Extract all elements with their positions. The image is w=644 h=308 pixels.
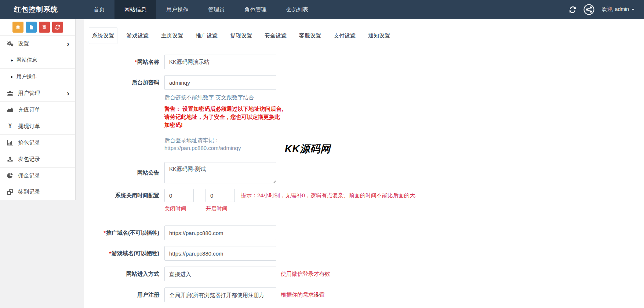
recycle-button[interactable] xyxy=(52,22,63,33)
sidebar-item-label: 用户操作 xyxy=(17,73,37,80)
entry-mode-select[interactable]: 直接进入 xyxy=(164,267,276,281)
open-time-input[interactable] xyxy=(205,189,235,202)
nav-item-admins[interactable]: 管理员 xyxy=(198,0,234,19)
main-content: 系统设置 游戏设置 主页设置 推广设置 提现设置 安全设置 客服设置 支付设置 … xyxy=(84,19,644,308)
tab-system[interactable]: 系统设置 xyxy=(89,27,117,44)
tab-security[interactable]: 安全设置 xyxy=(261,27,290,44)
nav-item-members[interactable]: 会员列表 xyxy=(276,0,318,19)
required-asterisk: * xyxy=(135,59,137,65)
sidebar-item-send-records[interactable]: 发包记录 xyxy=(0,151,75,167)
sidebar-item-withdraw-orders[interactable]: ¥ 提现订单 xyxy=(0,118,75,134)
game-domain-label: *游戏域名(可以牺牲) xyxy=(84,250,159,257)
chevron-down-icon xyxy=(632,9,634,11)
sidebar-item-grab-records[interactable]: 抢包记录 xyxy=(0,134,75,151)
backend-url-label: 后台登录地址请牢记： xyxy=(164,136,241,144)
site-name-label: *网站名称 xyxy=(84,59,159,66)
avatar[interactable] xyxy=(583,4,595,15)
register-hint: 根据你的需求设置 xyxy=(281,292,325,298)
tab-promotion[interactable]: 推广设置 xyxy=(192,27,221,44)
close-time-input[interactable] xyxy=(164,189,194,202)
register-label: 用户注册 xyxy=(84,292,159,298)
row-close-time: 系统关闭时间配置 提示：24小时制，无需补0，逻辑有点复杂、前面的时间不能比后面… xyxy=(84,189,644,202)
gears-icon xyxy=(7,41,14,47)
app-title: 红包控制系统 xyxy=(0,0,84,19)
tab-service[interactable]: 客服设置 xyxy=(296,27,324,44)
sidebar-item-label: 充值订单 xyxy=(18,106,40,113)
home-button[interactable] xyxy=(12,22,23,33)
trash-button[interactable] xyxy=(39,22,50,33)
notice-textarea[interactable]: KK源码网-测试 xyxy=(164,162,276,183)
sidebar-item-recharge-orders[interactable]: 充值订单 xyxy=(0,101,75,118)
register-select[interactable]: 全局开启(所有浏览器打开都使用注册方式) xyxy=(164,287,276,302)
top-navbar: 红包控制系统 首页 网站信息 用户操作 管理员 角色管理 会员列表 欢迎, ad… xyxy=(0,0,644,19)
sidebar-item-label: 提现订单 xyxy=(18,123,40,130)
sidebar-item-checkin-records[interactable]: 签到记录 xyxy=(0,184,75,200)
watermark-text: KK源码网 xyxy=(285,142,331,155)
tab-notice[interactable]: 通知设置 xyxy=(365,27,393,44)
welcome-text: 欢迎, admin xyxy=(602,6,629,13)
bar-chart-icon xyxy=(7,140,14,146)
close-time-hint: 提示：24小时制，无需补0，逻辑有点复杂、前面的时间不能比后面的大. xyxy=(241,192,416,199)
sidebar-item-label: 用户管理 xyxy=(18,90,40,97)
row-notice: 网站公告 KK源码网-测试 xyxy=(84,162,644,183)
row-site-name: *网站名称 xyxy=(84,55,644,69)
admin-path-input[interactable] xyxy=(164,75,276,90)
overlap-windows-icon xyxy=(7,189,14,195)
close-time-label: 系统关闭时间配置 xyxy=(84,192,159,199)
chevron-right-icon: › xyxy=(67,40,69,47)
sidebar-item-user-mgmt[interactable]: 用户管理 › xyxy=(0,85,75,101)
upload-icon xyxy=(7,156,14,162)
sidebar-item-label: 发包记录 xyxy=(18,156,40,163)
sidebar-item-label: 设置 xyxy=(18,40,29,47)
sidebar-item-commission-records[interactable]: 佣金记录 xyxy=(0,167,75,184)
users-icon xyxy=(7,91,14,96)
area-chart-icon xyxy=(7,107,14,113)
sidebar: 设置 › ▸ 网站信息 ▸ 用户操作 用户管理 › 充值订单 xyxy=(0,19,84,308)
navbar-right: 欢迎, admin xyxy=(569,0,644,19)
row-register: 用户注册 全局开启(所有浏览器打开都使用注册方式) 根据你的需求设置 xyxy=(84,287,644,302)
sidebar-item-label: 抢包记录 xyxy=(18,139,40,146)
tab-payment[interactable]: 支付设置 xyxy=(330,27,359,44)
entry-mode-label: 网站进入方式 xyxy=(84,271,159,278)
row-entry-mode: 网站进入方式 直接进入 使用微信登录才有效 xyxy=(84,267,644,281)
settings-tabs: 系统设置 游戏设置 主页设置 推广设置 提现设置 安全设置 客服设置 支付设置 … xyxy=(89,27,644,44)
sidebar-item-settings[interactable]: 设置 › xyxy=(0,35,75,52)
tab-game[interactable]: 游戏设置 xyxy=(123,27,152,44)
game-domain-input[interactable] xyxy=(164,246,276,261)
backend-url: https://pan.pc880.com/adminqy xyxy=(164,144,241,152)
user-menu[interactable]: 欢迎, admin xyxy=(602,6,634,13)
admin-path-label: 后台加密码 xyxy=(84,79,159,86)
nav-item-home[interactable]: 首页 xyxy=(84,0,114,19)
row-promo-domain: *推广域名(不可以牺牲) xyxy=(84,225,644,240)
caret-right-icon: ▸ xyxy=(11,58,13,63)
nav-item-site-info[interactable]: 网站信息 xyxy=(114,0,156,19)
required-asterisk: * xyxy=(103,230,106,236)
entry-mode-hint: 使用微信登录才有效 xyxy=(281,271,330,278)
chevron-right-icon: › xyxy=(67,89,69,97)
required-asterisk: * xyxy=(109,250,111,256)
nav-item-roles[interactable]: 角色管理 xyxy=(234,0,276,19)
site-name-input[interactable] xyxy=(164,55,276,69)
sidebar-item-label: 佣金记录 xyxy=(18,172,40,179)
time-sublabels: 关闭时间 开启时间 xyxy=(164,205,644,212)
sidebar-menu: 设置 › ▸ 网站信息 ▸ 用户操作 用户管理 › 充值订单 xyxy=(0,19,76,200)
promo-domain-input[interactable] xyxy=(164,225,276,240)
close-time-sublabel: 关闭时间 xyxy=(164,205,194,212)
promo-domain-label: *推广域名(不可以牺牲) xyxy=(84,230,159,236)
refresh-icon[interactable] xyxy=(569,6,576,13)
file-button[interactable] xyxy=(26,22,37,33)
row-game-domain: *游戏域名(可以牺牲) xyxy=(84,246,644,261)
admin-path-warning: 警告： 设置加密码后必须通过以下地址访问后台,请劳记此地址，为了安全，您也可以定… xyxy=(164,105,284,129)
sidebar-item-user-ops[interactable]: ▸ 用户操作 xyxy=(0,68,75,85)
pie-chart-icon xyxy=(7,173,14,179)
yen-icon: ¥ xyxy=(7,123,14,129)
nav-item-user-ops[interactable]: 用户操作 xyxy=(156,0,198,19)
tab-withdraw[interactable]: 提现设置 xyxy=(227,27,255,44)
admin-path-hint: 后台链接不能纯数字 英文跟数字结合 xyxy=(164,94,254,101)
notice-label: 网站公告 xyxy=(84,169,159,176)
open-time-sublabel: 开启时间 xyxy=(205,205,235,212)
tab-homepage[interactable]: 主页设置 xyxy=(158,27,186,44)
sidebar-item-site-info[interactable]: ▸ 网站信息 xyxy=(0,52,75,68)
sidebar-item-label: 网站信息 xyxy=(17,57,37,63)
row-admin-path: 后台加密码 xyxy=(84,75,644,90)
